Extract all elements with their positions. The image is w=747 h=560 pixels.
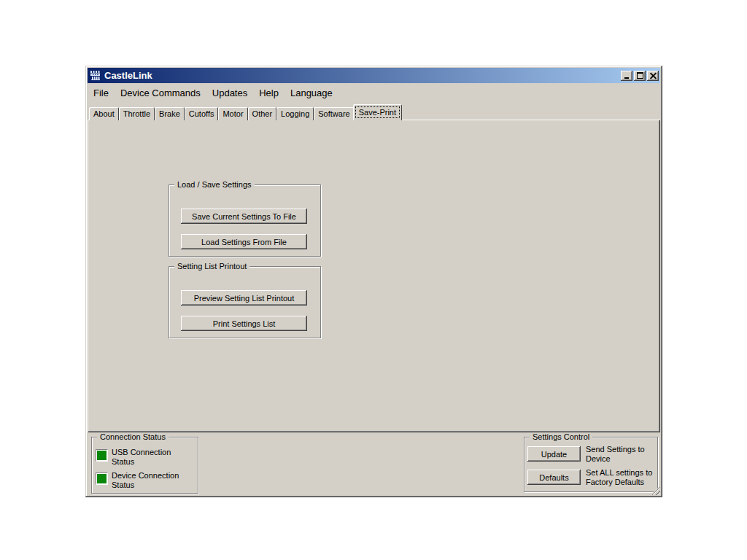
castle-icon xyxy=(90,70,101,82)
settings-control-legend: Settings Control xyxy=(530,432,592,442)
tab-other[interactable]: Other xyxy=(248,107,277,120)
menu-language[interactable]: Language xyxy=(285,85,338,101)
save-print-tab-page: Load / Save Settings Save Current Settin… xyxy=(88,120,660,432)
menubar: File Device Commands Updates Help Langua… xyxy=(88,83,660,102)
save-current-settings-button[interactable]: Save Current Settings To File xyxy=(181,209,307,224)
close-icon xyxy=(650,72,657,79)
update-description: Send Settings to Device xyxy=(586,445,656,464)
defaults-description: Set ALL settings to Factory Defaults xyxy=(586,468,656,487)
tab-save-print-label: Save-Print xyxy=(356,107,399,117)
settings-control-group: Settings Control Update Send Settings to… xyxy=(524,437,658,492)
usb-status-label: USB Connection Status xyxy=(112,448,193,467)
tab-brake[interactable]: Brake xyxy=(155,107,185,120)
menu-device-commands[interactable]: Device Commands xyxy=(115,85,206,101)
update-button[interactable]: Update xyxy=(527,446,581,462)
minimize-button[interactable] xyxy=(621,71,632,81)
tab-throttle[interactable]: Throttle xyxy=(119,107,155,120)
menu-file[interactable]: File xyxy=(88,85,115,101)
tab-software[interactable]: Software xyxy=(314,107,354,120)
menu-help[interactable]: Help xyxy=(253,85,285,101)
window-title: CastleLink xyxy=(104,70,152,81)
tab-cutoffs[interactable]: Cutoffs xyxy=(185,107,219,120)
connection-status-legend: Connection Status xyxy=(97,432,169,442)
print-settings-list-button[interactable]: Print Settings List xyxy=(181,316,307,331)
tab-save-print[interactable]: Save-Print xyxy=(353,104,402,120)
defaults-button[interactable]: Defaults xyxy=(527,470,581,485)
device-status-led-icon xyxy=(96,472,108,485)
setting-list-printout-group: Setting List Printout Preview Setting Li… xyxy=(169,266,321,338)
castlelink-window: CastleLink File Device Commands Updates … xyxy=(85,66,662,497)
close-button[interactable] xyxy=(647,71,659,81)
tab-about[interactable]: About xyxy=(89,107,119,120)
preview-setting-list-button[interactable]: Preview Setting List Printout xyxy=(181,290,307,306)
maximize-button[interactable] xyxy=(634,71,646,81)
usb-status-led-icon xyxy=(96,449,108,462)
load-settings-from-file-button[interactable]: Load Settings From File xyxy=(181,234,307,249)
load-save-settings-group: Load / Save Settings Save Current Settin… xyxy=(169,184,321,257)
maximize-icon xyxy=(637,72,643,79)
tab-strip: About Throttle Brake Cutoffs Motor Other… xyxy=(89,104,400,120)
connection-status-group: Connection Status USB Connection Status … xyxy=(91,437,198,494)
device-status-label: Device Connection Status xyxy=(112,471,193,490)
menu-updates[interactable]: Updates xyxy=(206,85,253,101)
tab-logging[interactable]: Logging xyxy=(276,107,314,120)
titlebar[interactable]: CastleLink xyxy=(88,68,660,83)
load-save-settings-legend: Load / Save Settings xyxy=(174,180,255,190)
tab-motor[interactable]: Motor xyxy=(218,107,247,120)
setting-list-printout-legend: Setting List Printout xyxy=(174,262,249,271)
minimize-icon xyxy=(624,77,629,79)
window-controls xyxy=(619,71,659,81)
